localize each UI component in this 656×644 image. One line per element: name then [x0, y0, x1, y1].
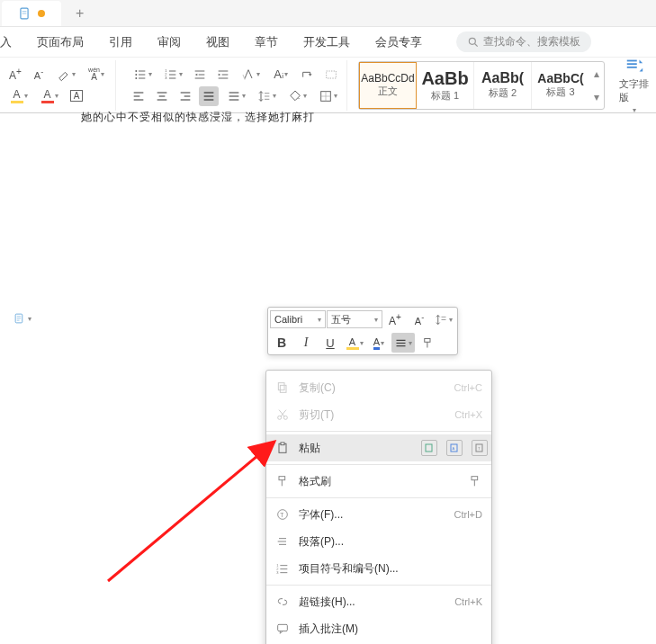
grow-font-button[interactable]: A+ — [5, 65, 25, 85]
new-tab-button[interactable]: + — [67, 5, 93, 22]
mini-line-spacing-button[interactable]: ▾ — [432, 309, 455, 329]
highlight-button[interactable]: A▾ — [5, 86, 32, 106]
mini-bold-button[interactable]: B — [270, 333, 293, 353]
svg-rect-57 — [424, 338, 429, 342]
search-icon — [467, 36, 480, 49]
font-color-button[interactable]: A▾ — [36, 86, 63, 106]
svg-text:T: T — [478, 446, 481, 451]
menu-separator — [266, 431, 491, 432]
mini-align-justify-button[interactable]: ▾ — [391, 333, 415, 353]
shading-button[interactable]: ▾ — [283, 86, 310, 106]
svg-rect-58 — [280, 385, 286, 392]
borders-button[interactable]: ▾ — [314, 86, 341, 106]
bullets-button[interactable]: ▾ — [129, 65, 156, 85]
style-heading3[interactable]: AaBbC( 标题 3 — [532, 62, 589, 109]
document-icon — [18, 7, 31, 20]
chevron-down-icon: ▾ — [594, 91, 599, 103]
font-icon: T — [275, 507, 290, 522]
mini-italic-button[interactable]: I — [294, 333, 318, 353]
menu-separator — [266, 585, 491, 586]
format-painter-icon — [275, 474, 290, 488]
increase-indent-button[interactable] — [213, 65, 233, 85]
ribbon-tab-review[interactable]: 审阅 — [157, 34, 181, 50]
unsaved-indicator-icon — [38, 10, 45, 17]
outline-icon[interactable]: ▾ — [13, 309, 31, 327]
command-search[interactable]: 查找命令、搜索模板 — [456, 31, 591, 52]
svg-point-5 — [135, 70, 137, 72]
menu-paste[interactable]: 粘贴 A T — [266, 434, 491, 461]
char-border-button[interactable]: A — [67, 86, 86, 106]
chevron-up-icon: ▴ — [594, 67, 599, 80]
text-layout-button[interactable]: 文字排版▾ — [612, 56, 656, 114]
clear-format-button[interactable]: ▾ — [52, 65, 79, 85]
text-effects-button[interactable]: ▾ — [237, 65, 264, 85]
numbering-button[interactable]: 123▾ — [159, 65, 186, 85]
style-gallery-more[interactable]: ▴ ▾ — [589, 62, 604, 109]
paragraph-icon — [275, 534, 290, 549]
ribbon-tab-chapter[interactable]: 章节 — [255, 34, 278, 50]
table-grid-button[interactable] — [321, 65, 341, 85]
chevron-down-icon: ▾ — [28, 315, 31, 323]
link-icon — [275, 595, 290, 609]
mini-underline-button[interactable]: U — [319, 333, 342, 353]
shrink-font-button[interactable]: A- — [29, 65, 49, 85]
style-heading1[interactable]: AaBb 标题 1 — [417, 62, 474, 109]
svg-text:3: 3 — [276, 570, 279, 575]
style-gallery: AaBbCcDd 正文 AaBb 标题 1 AaBb( 标题 2 AaBbC( … — [358, 61, 605, 110]
ribbon-tab-pagelayout[interactable]: 页面布局 — [37, 34, 84, 50]
mini-shrink-font-button[interactable]: A- — [408, 309, 431, 329]
document-tab[interactable] — [2, 1, 61, 26]
align-left-button[interactable] — [129, 86, 148, 106]
svg-rect-65 — [281, 443, 284, 445]
ribbon: A+ A- ▾ wénA▾ A▾ A▾ A ▾ 123▾ ▾ Aᵢ▾ ▾ — [0, 58, 656, 113]
ribbon-tab-insert[interactable]: 入 — [0, 34, 12, 50]
context-menu: 复制(C) Ctrl+C 剪切(T) Ctrl+X 粘贴 A T 格式刷 T — [265, 370, 492, 644]
mini-toolbar: Calibri▾ 五号▾ A+ A- ▾ B I U A▾ A▾ ▾ — [267, 307, 458, 355]
menu-separator — [266, 497, 491, 498]
mini-size-select[interactable]: 五号▾ — [327, 310, 382, 328]
change-case-button[interactable]: Aᵢ▾ — [267, 65, 294, 85]
search-placeholder: 查找命令、搜索模板 — [483, 34, 580, 49]
mini-format-painter-button[interactable] — [416, 333, 439, 353]
align-center-button[interactable] — [152, 86, 172, 106]
paste-keep-format-button[interactable] — [421, 440, 437, 456]
ribbon-tab-view[interactable]: 视图 — [206, 34, 229, 50]
bullets-icon: 123 — [275, 561, 290, 576]
mini-highlight-button[interactable]: A▾ — [343, 333, 366, 353]
svg-rect-59 — [278, 383, 284, 390]
paste-match-format-button[interactable]: A — [446, 440, 463, 456]
mini-font-color-button[interactable]: A▾ — [367, 333, 391, 353]
svg-rect-71 — [279, 477, 285, 480]
align-right-button[interactable] — [175, 86, 195, 106]
menu-cut[interactable]: 剪切(T) Ctrl+X — [266, 401, 491, 428]
menu-copy[interactable]: 复制(C) Ctrl+C — [266, 374, 491, 401]
decrease-indent-button[interactable] — [190, 65, 210, 85]
ribbon-tab-references[interactable]: 引用 — [109, 34, 132, 50]
ribbon-tab-developer[interactable]: 开发工具 — [303, 34, 350, 50]
menu-bullets-numbering[interactable]: 123 项目符号和编号(N)... — [266, 555, 491, 582]
menu-paragraph[interactable]: 段落(P)... — [266, 528, 491, 555]
paste-text-only-button[interactable]: T — [472, 440, 488, 456]
document-text[interactable]: 她的心中不受相似的快感浸湿，选择她打麻打 — [81, 110, 315, 125]
copy-icon — [275, 380, 290, 395]
menu-separator — [266, 464, 491, 465]
align-distributed-button[interactable]: ▾ — [222, 86, 249, 106]
ribbon-tab-member[interactable]: 会员专享 — [375, 34, 422, 50]
menu-insert-comment[interactable]: 插入批注(M) — [266, 615, 491, 642]
document-area[interactable]: 她的心中不受相似的快感浸湿，选择她打麻打 ▾ Calibri▾ 五号▾ A+ A… — [0, 113, 656, 644]
align-justify-button[interactable] — [199, 86, 219, 106]
svg-text:3: 3 — [165, 76, 167, 80]
menu-font[interactable]: T 字体(F)... Ctrl+D — [266, 501, 491, 528]
svg-rect-23 — [327, 71, 337, 78]
menu-format-painter[interactable]: 格式刷 — [266, 468, 491, 495]
svg-line-88 — [108, 442, 274, 581]
cut-icon — [275, 407, 290, 422]
mini-grow-font-button[interactable]: A+ — [383, 309, 407, 329]
phonetic-guide-button[interactable]: wénA▾ — [83, 65, 110, 85]
line-spacing-button[interactable]: ▾ — [253, 86, 280, 106]
mini-font-select[interactable]: Calibri▾ — [270, 310, 326, 328]
menu-hyperlink[interactable]: 超链接(H)... Ctrl+K — [266, 588, 491, 615]
paragraph-mark-button[interactable] — [298, 65, 318, 85]
style-body[interactable]: AaBbCcDd 正文 — [359, 62, 417, 109]
style-heading2[interactable]: AaBb( 标题 2 — [474, 62, 532, 109]
